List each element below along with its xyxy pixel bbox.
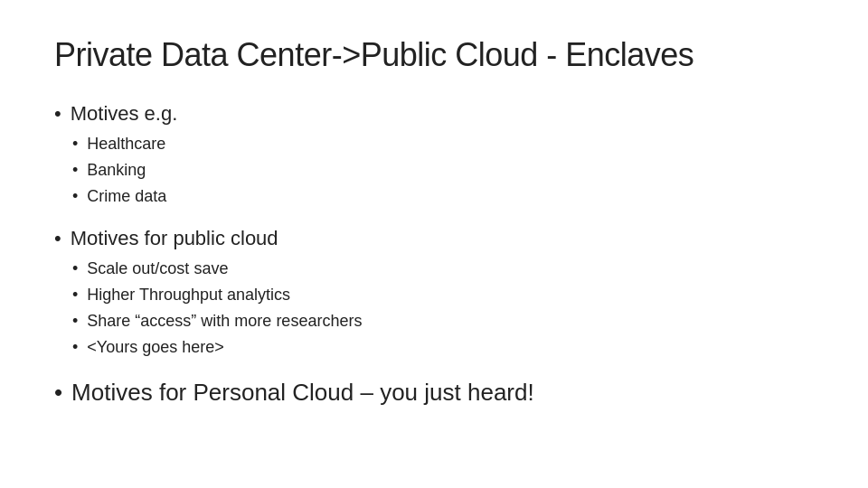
bullet-banking-text: Banking — [87, 159, 146, 182]
bullet-dot: • — [72, 258, 78, 280]
bullet-scale-out: • Scale out/cost save — [72, 258, 814, 280]
bullet-dot: • — [72, 185, 78, 208]
bullet-banking: • Banking — [72, 159, 814, 182]
bullet-motives-eg: • Motives e.g. — [54, 101, 814, 127]
bullet-healthcare-text: Healthcare — [87, 133, 165, 155]
bullet-dot: • — [72, 284, 78, 306]
bullet-dot: • — [72, 310, 78, 333]
content-area: • Motives e.g. • Healthcare • Banking • … — [54, 101, 814, 411]
bullet-yours-here: • <Yours goes here> — [72, 336, 814, 359]
sub-bullets-motives-eg: • Healthcare • Banking • Crime data — [72, 133, 814, 209]
bullet-dot: • — [72, 133, 78, 155]
bullet-dot: • — [72, 159, 78, 182]
slide: Private Data Center->Public Cloud - Encl… — [0, 0, 868, 488]
bullet-motives-personal-cloud: • Motives for Personal Cloud – you just … — [54, 378, 814, 408]
bullet-higher-throughput: • Higher Throughput analytics — [72, 284, 814, 306]
bullet-share-access-text: Share “access” with more researchers — [87, 310, 362, 333]
sub-bullets-public-cloud: • Scale out/cost save • Higher Throughpu… — [72, 258, 814, 360]
bullet-motives-personal-cloud-text: Motives for Personal Cloud – you just he… — [71, 378, 534, 408]
bullet-dot: • — [54, 101, 61, 127]
bullet-dot: • — [54, 226, 61, 252]
slide-title: Private Data Center->Public Cloud - Encl… — [54, 36, 814, 74]
bullet-higher-throughput-text: Higher Throughput analytics — [87, 284, 290, 306]
bullet-motives-public-cloud: • Motives for public cloud — [54, 226, 814, 252]
section-motives-eg: • Motives e.g. • Healthcare • Banking • … — [54, 101, 814, 208]
section-motives-public-cloud: • Motives for public cloud • Scale out/c… — [54, 226, 814, 359]
bullet-motives-eg-text: Motives e.g. — [71, 101, 178, 127]
bullet-dot: • — [54, 378, 62, 408]
bullet-motives-public-cloud-text: Motives for public cloud — [71, 226, 278, 252]
bullet-healthcare: • Healthcare — [72, 133, 814, 155]
section-motives-personal-cloud: • Motives for Personal Cloud – you just … — [54, 378, 814, 408]
bullet-yours-here-text: <Yours goes here> — [87, 336, 223, 359]
bullet-dot: • — [72, 336, 78, 359]
bullet-scale-out-text: Scale out/cost save — [87, 258, 228, 280]
bullet-share-access: • Share “access” with more researchers — [72, 310, 814, 333]
bullet-crime-data: • Crime data — [72, 185, 814, 208]
bullet-crime-data-text: Crime data — [87, 185, 166, 208]
